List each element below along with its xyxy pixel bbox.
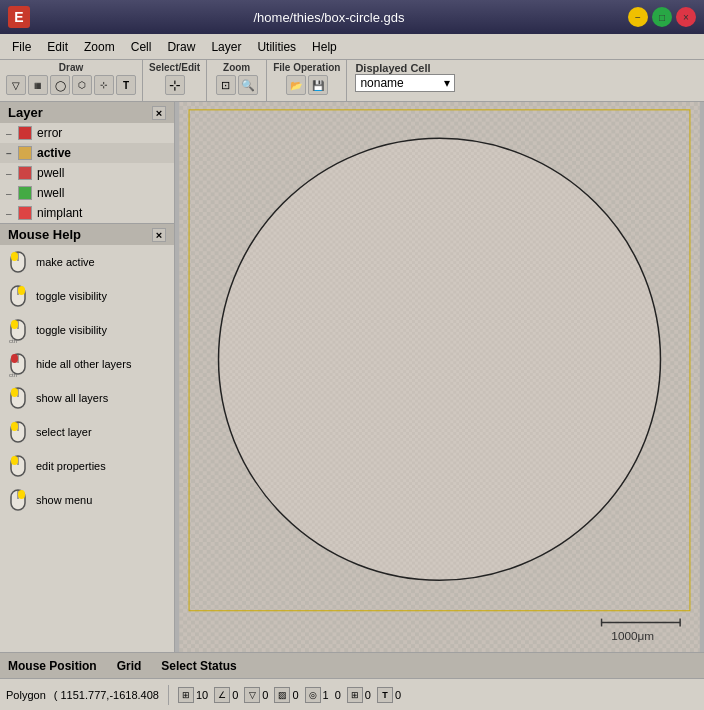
triangle-item: ▽ 0 bbox=[244, 687, 268, 703]
grid-item: ⊞ 10 bbox=[178, 687, 208, 703]
expand-arrow-active: – bbox=[6, 148, 18, 159]
zoom-group-label: Zoom bbox=[223, 62, 250, 73]
select-group-label: Select/Edit bbox=[149, 62, 200, 73]
tri-value: 0 bbox=[262, 689, 268, 701]
mouse-position-label: Mouse Position bbox=[8, 659, 97, 673]
layer-panel-close[interactable]: × bbox=[152, 106, 166, 120]
layer-item-nwell[interactable]: – nwell bbox=[0, 183, 174, 203]
drawing-canvas: 1000μm bbox=[175, 102, 704, 652]
layer-name-nimplant: nimplant bbox=[37, 206, 82, 220]
draw-circle-icon[interactable]: ◯ bbox=[50, 75, 70, 95]
layer-item-active[interactable]: – active bbox=[0, 143, 174, 163]
close-button[interactable]: × bbox=[676, 7, 696, 27]
mouse-help-item-toggle-vis-2: ctrl toggle visibility bbox=[0, 313, 174, 347]
divider-1 bbox=[168, 685, 169, 705]
menu-bar: File Edit Zoom Cell Draw Layer Utilities… bbox=[0, 34, 704, 60]
bottom-bar: Polygon ( 1151.777,-1618.408 ⊞ 10 ∠ 0 ▽ … bbox=[0, 678, 704, 710]
zoom-fit-icon[interactable]: ⊡ bbox=[216, 75, 236, 95]
mouse-help-text-6: select layer bbox=[36, 426, 92, 438]
draw-group-label: Draw bbox=[59, 62, 83, 73]
expand-arrow-pwell: – bbox=[6, 168, 18, 179]
layer-color-nwell bbox=[18, 186, 32, 200]
toolbar-zoom-group: Zoom ⊡ 🔍 bbox=[207, 60, 267, 101]
mouse-icon-1 bbox=[4, 248, 32, 276]
menu-zoom[interactable]: Zoom bbox=[76, 38, 123, 56]
grid-label: Grid bbox=[117, 659, 142, 673]
mouse-help-header: Mouse Help × bbox=[0, 224, 174, 245]
mouse-help-item-toggle-vis-1: toggle visibility bbox=[0, 279, 174, 313]
mouse-icon-8 bbox=[4, 486, 32, 514]
window-controls: − □ × bbox=[628, 7, 696, 27]
window-title: /home/thies/box-circle.gds bbox=[30, 10, 628, 25]
fill-icon: ▨ bbox=[274, 687, 290, 703]
mouse-icon-4: ctrl bbox=[4, 350, 32, 378]
title-bar: E /home/thies/box-circle.gds − □ × bbox=[0, 0, 704, 34]
sidebar: Layer × – error – active – pwell bbox=[0, 102, 175, 652]
mouse-help-text-1: make active bbox=[36, 256, 95, 268]
angle-item: ∠ 0 bbox=[214, 687, 238, 703]
menu-help[interactable]: Help bbox=[304, 38, 345, 56]
svg-rect-22 bbox=[11, 456, 18, 465]
menu-cell[interactable]: Cell bbox=[123, 38, 160, 56]
draw-polygon-icon[interactable]: ⬡ bbox=[72, 75, 92, 95]
menu-draw[interactable]: Draw bbox=[159, 38, 203, 56]
expand-arrow-nwell: – bbox=[6, 188, 18, 199]
maximize-button[interactable]: □ bbox=[652, 7, 672, 27]
open-file-icon[interactable]: 📂 bbox=[286, 75, 306, 95]
mouse-help-item-select-layer: select layer bbox=[0, 415, 174, 449]
draw-path-icon[interactable]: ⊹ bbox=[94, 75, 114, 95]
save-file-icon[interactable]: 💾 bbox=[308, 75, 328, 95]
file-group-label: File Operation bbox=[273, 62, 340, 73]
toolbar-file-group: File Operation 📂 💾 bbox=[267, 60, 347, 101]
text-icon: T bbox=[377, 687, 393, 703]
zoom-in-icon[interactable]: 🔍 bbox=[238, 75, 258, 95]
layer-item-pwell[interactable]: – pwell bbox=[0, 163, 174, 183]
svg-point-34 bbox=[219, 138, 661, 580]
toolbar-select-group: Select/Edit ⊹ bbox=[143, 60, 207, 101]
select-icon[interactable]: ⊹ bbox=[165, 75, 185, 95]
toolbar: Draw ▽ ▦ ◯ ⬡ ⊹ T Select/Edit ⊹ Zoom ⊡ 🔍 … bbox=[0, 60, 704, 102]
menu-file[interactable]: File bbox=[4, 38, 39, 56]
menu-edit[interactable]: Edit bbox=[39, 38, 76, 56]
layer-color-nimplant bbox=[18, 206, 32, 220]
layer-item-error[interactable]: – error bbox=[0, 123, 174, 143]
mouse-help-text-3: toggle visibility bbox=[36, 324, 107, 336]
draw-triangle-icon[interactable]: ▽ bbox=[6, 75, 26, 95]
canvas-area[interactable]: 1000μm bbox=[175, 102, 704, 652]
mouse-help-text-4: hide all other layers bbox=[36, 358, 131, 370]
app-icon: E bbox=[8, 6, 30, 28]
svg-rect-5 bbox=[18, 286, 25, 295]
displayed-cell-group: Displayed Cell noname ▾ bbox=[347, 60, 704, 101]
expand-arrow-nimplant: – bbox=[6, 208, 18, 219]
cell-name-dropdown[interactable]: noname ▾ bbox=[355, 74, 455, 92]
layer-panel-title: Layer bbox=[8, 105, 43, 120]
layer-name-error: error bbox=[37, 126, 62, 140]
num2-item: ⊞ 0 bbox=[347, 687, 371, 703]
mouse-help-item-make-active: make active bbox=[0, 245, 174, 279]
svg-rect-25 bbox=[18, 490, 25, 499]
mouse-help-item-show-all: show all layers bbox=[0, 381, 174, 415]
layer-item-nimplant[interactable]: – nimplant bbox=[0, 203, 174, 223]
mouse-help-title: Mouse Help bbox=[8, 227, 81, 242]
mouse-icon-5 bbox=[4, 384, 32, 412]
svg-text:ctrl: ctrl bbox=[9, 338, 17, 344]
mouse-help-text-5: show all layers bbox=[36, 392, 108, 404]
num1-item: 0 bbox=[335, 689, 341, 701]
menu-layer[interactable]: Layer bbox=[203, 38, 249, 56]
svg-rect-2 bbox=[11, 252, 18, 261]
num2-icon: ⊞ bbox=[347, 687, 363, 703]
layer-color-pwell bbox=[18, 166, 32, 180]
layer-name-active: active bbox=[37, 146, 71, 160]
draw-text-icon[interactable]: T bbox=[116, 75, 136, 95]
draw-hatch-icon[interactable]: ▦ bbox=[28, 75, 48, 95]
count-item: ◎ 1 bbox=[305, 687, 329, 703]
toolbar-draw-group: Draw ▽ ▦ ◯ ⬡ ⊹ T bbox=[0, 60, 143, 101]
mouse-help-text-7: edit properties bbox=[36, 460, 106, 472]
mouse-help-close[interactable]: × bbox=[152, 228, 166, 242]
layer-panel-header: Layer × bbox=[0, 102, 174, 123]
menu-utilities[interactable]: Utilities bbox=[249, 38, 304, 56]
minimize-button[interactable]: − bbox=[628, 7, 648, 27]
layer-name-pwell: pwell bbox=[37, 166, 64, 180]
svg-rect-16 bbox=[11, 388, 18, 397]
angle-icon: ∠ bbox=[214, 687, 230, 703]
